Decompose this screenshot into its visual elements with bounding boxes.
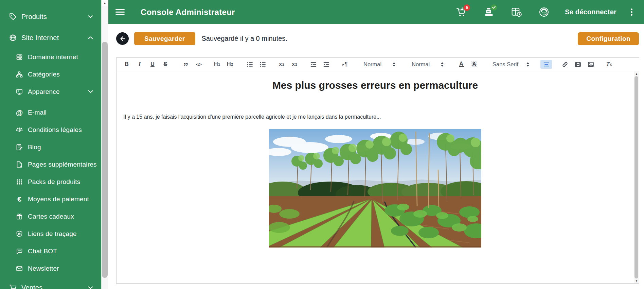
clear-formatting-button[interactable]: Tx — [603, 60, 615, 69]
select-arrows-icon — [393, 62, 395, 67]
code-block-button[interactable]: </> — [193, 60, 204, 69]
envelope-icon — [15, 265, 23, 273]
text-color-button[interactable]: A — [455, 60, 467, 69]
sidebar-item-cartes-cadeaux[interactable]: Cartes cadeaux — [0, 208, 101, 225]
cart-badge: 6 — [464, 4, 470, 11]
link-button[interactable] — [559, 60, 571, 69]
document-paragraph: Il y a 15 ans, je faisais l'acquisition … — [123, 114, 627, 120]
main-area: Console Administrateur 6 — [108, 0, 644, 289]
editor-content-area[interactable]: Mes plus grosses erreurs en permaculture… — [117, 71, 634, 283]
page-title: Console Administrateur — [141, 7, 235, 17]
monitor-icon — [15, 88, 23, 96]
blockquote-button[interactable]: ” — [180, 58, 192, 71]
image-button[interactable] — [585, 60, 596, 69]
scales-icon — [15, 126, 23, 134]
globe-icon — [9, 34, 17, 42]
text-direction-button[interactable]: ▸¶ — [339, 60, 351, 69]
sitemap-icon — [15, 70, 23, 79]
hamburger-menu-icon[interactable] — [115, 9, 125, 15]
dotted-grid-icon — [15, 178, 23, 186]
support-button[interactable] — [538, 7, 549, 18]
italic-button[interactable]: I — [134, 60, 145, 69]
chat-icon — [15, 247, 23, 255]
configuration-button[interactable]: Configuration — [578, 32, 639, 45]
check-badge-icon — [491, 4, 497, 11]
heading1-button[interactable]: H1 — [211, 60, 223, 69]
chevron-up-icon — [88, 36, 93, 39]
sidebar-item-conditions-legales[interactable]: Conditions légales — [0, 121, 101, 138]
size-select[interactable]: Normal — [410, 60, 445, 69]
indent-button[interactable] — [320, 60, 332, 69]
sidebar-item-site-internet[interactable]: Site Internet — [0, 27, 101, 48]
image-icon — [588, 61, 594, 68]
permaculture-field-photo[interactable] — [269, 129, 481, 248]
support-headset-icon — [539, 7, 549, 17]
sidebar-item-blog[interactable]: Blog — [0, 138, 101, 156]
strikethrough-button[interactable]: S — [160, 60, 171, 69]
video-icon — [575, 61, 581, 68]
font-select[interactable]: Sans Serif — [491, 60, 531, 69]
align-center-button[interactable] — [540, 60, 552, 69]
scroll-up-arrow-icon[interactable]: ▲ — [102, 0, 108, 6]
editor-scrollbar[interactable]: ▲ ▼ — [634, 71, 639, 283]
tag-icon — [9, 13, 17, 21]
saved-status-text: Sauvegardé il y a 0 minutes. — [202, 35, 287, 42]
sidebar-item-pages-supplementaires[interactable]: Pages supplémentaires — [0, 156, 101, 173]
ordered-list-button[interactable] — [244, 60, 255, 69]
logout-button[interactable]: Se déconnecter — [565, 8, 616, 16]
save-button[interactable]: Sauvegarder — [134, 32, 195, 45]
at-icon: @ — [15, 108, 23, 117]
cart-icon — [9, 284, 17, 289]
sidebar-item-produits[interactable]: Produits — [0, 6, 101, 27]
editor-action-bar: Sauvegarder Sauvegardé il y a 0 minutes.… — [108, 24, 644, 50]
register-button[interactable] — [483, 7, 494, 18]
top-app-bar: Console Administrateur 6 — [108, 0, 644, 24]
sidebar-scrollbar-thumb[interactable] — [102, 42, 108, 278]
outdent-button[interactable] — [307, 60, 319, 69]
back-button[interactable] — [116, 32, 129, 45]
background-color-button[interactable]: A — [468, 60, 480, 69]
page-plus-icon — [15, 160, 23, 169]
video-button[interactable] — [572, 60, 584, 69]
sidebar: Produits Site Internet Domaine internet … — [0, 0, 101, 289]
euro-icon: € — [15, 195, 23, 203]
sidebar-item-email[interactable]: @ E-mail — [0, 104, 101, 121]
sidebar-item-packs-de-produits[interactable]: Packs de produits — [0, 173, 101, 190]
align-center-icon — [543, 61, 550, 68]
chevron-down-icon — [88, 90, 93, 93]
sidebar-item-categories[interactable]: Catégories — [0, 66, 101, 83]
kebab-menu-icon[interactable] — [631, 8, 632, 16]
shield-link-icon — [15, 230, 23, 238]
sidebar-item-moyens-de-paiement[interactable]: € Moyens de paiement — [0, 190, 101, 208]
rich-text-editor: B I U S ” </> H1 H2 x2 x2 — [116, 57, 639, 284]
topbar-actions: 6 Se déconnecter — [439, 7, 632, 18]
subscript-button[interactable]: x2 — [276, 60, 287, 69]
sidebar-item-ventes[interactable]: Ventes — [0, 277, 101, 289]
chevron-down-icon — [88, 286, 93, 289]
bold-button[interactable]: B — [121, 60, 132, 69]
editor-scrollbar-thumb[interactable] — [634, 76, 638, 278]
table-clock-icon — [511, 7, 522, 17]
server-icon — [15, 53, 23, 61]
superscript-button[interactable]: x2 — [289, 60, 300, 69]
blog-icon — [15, 143, 23, 151]
heading2-button[interactable]: H2 — [224, 60, 236, 69]
editor-toolbar: B I U S ” </> H1 H2 x2 x2 — [117, 58, 639, 71]
cart-orders-button[interactable]: 6 — [456, 7, 467, 18]
sidebar-item-newsletter[interactable]: Newsletter — [0, 260, 101, 277]
header-format-select[interactable]: Normal — [362, 60, 397, 69]
sidebar-item-apparence[interactable]: Apparence — [0, 83, 101, 100]
admin-console-page: Produits Site Internet Domaine internet … — [0, 0, 644, 289]
scroll-up-arrow-icon[interactable]: ▲ — [634, 71, 639, 76]
arrow-left-icon — [119, 35, 126, 42]
select-arrows-icon — [526, 62, 529, 67]
underline-button[interactable]: U — [147, 60, 158, 69]
schedule-grid-button[interactable] — [511, 7, 522, 18]
scroll-down-arrow-icon[interactable]: ▼ — [634, 278, 639, 283]
sidebar-item-domaine-internet[interactable]: Domaine internet — [0, 48, 101, 66]
sidebar-scrollbar[interactable]: ▲ — [101, 0, 108, 289]
bullet-list-button[interactable] — [257, 60, 268, 69]
sidebar-item-liens-de-tracage[interactable]: Liens de traçage — [0, 225, 101, 242]
gift-icon — [15, 213, 23, 221]
sidebar-item-chat-bot[interactable]: Chat BOT — [0, 242, 101, 260]
